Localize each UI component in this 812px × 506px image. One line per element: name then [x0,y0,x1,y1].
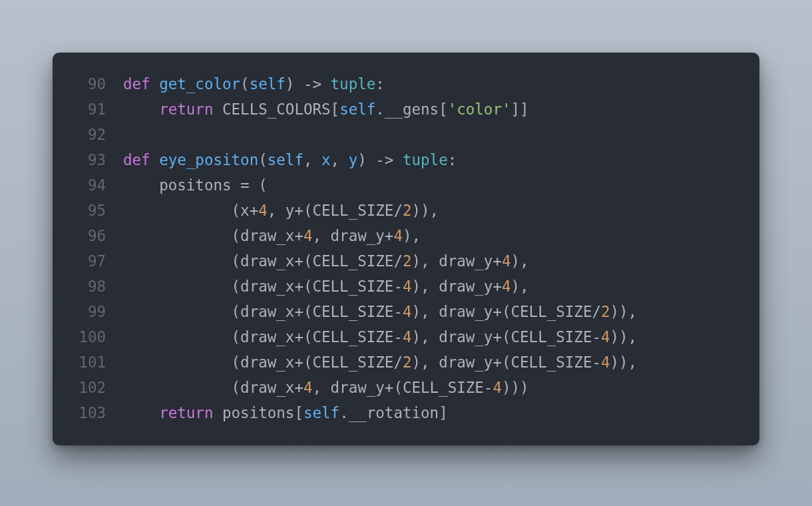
line-content[interactable]: (draw_x+(CELL_SIZE-4), draw_y+(CELL_SIZE… [123,324,741,350]
token: (draw_x+(CELL_SIZE- [232,328,403,346]
token: (draw_x+(CELL_SIZE/ [232,252,403,270]
code-line[interactable]: 96 (draw_x+4, draw_y+4), [69,223,741,248]
code-line[interactable]: 95 (x+4, y+(CELL_SIZE/2)), [69,198,741,223]
token: .__rotation] [339,404,448,421]
line-content[interactable] [123,122,741,147]
token: def [123,75,150,93]
code-line[interactable]: 91 return CELLS_COLORS[self.__gens['colo… [69,97,741,122]
line-content[interactable]: def eye_positon(self, x, y) -> tuple: [123,147,741,172]
token: 4 [403,278,412,295]
line-content[interactable]: return CELLS_COLORS[self.__gens['color']… [123,97,741,122]
token: self [304,404,339,421]
token: (draw_x+ [232,227,304,244]
line-content[interactable]: positons = ( [123,172,741,198]
line-content[interactable]: (draw_x+(CELL_SIZE-4), draw_y+4), [123,274,741,299]
token: 4 [601,328,610,346]
token: (draw_x+ [232,379,304,396]
line-number: 101 [69,350,123,375]
token: ), [511,252,529,270]
line-content[interactable]: (draw_x+(CELL_SIZE/2), draw_y+4), [123,248,741,274]
token [150,75,160,93]
token: 4 [304,227,313,244]
line-number: 98 [69,274,123,299]
token: )), [412,202,439,219]
code-line[interactable]: 90def get_color(self) -> tuple: [69,71,741,97]
token: tuple [331,75,376,93]
token: 2 [601,303,610,320]
line-content[interactable]: return positons[self.__rotation] [123,400,741,425]
line-number: 99 [69,299,123,324]
token: self [268,151,304,168]
token: ) -> [286,75,331,93]
token: self [339,101,375,118]
token: get_color [159,75,240,93]
code-line[interactable]: 99 (draw_x+(CELL_SIZE-4), draw_y+(CELL_S… [69,299,741,324]
token: 4 [258,202,268,219]
token: return [159,404,213,421]
token: 4 [403,303,412,320]
line-number: 102 [69,375,123,400]
token: 4 [493,379,502,396]
line-content[interactable]: (draw_x+4, draw_y+(CELL_SIZE-4))) [123,375,741,400]
code-line[interactable]: 100 (draw_x+(CELL_SIZE-4), draw_y+(CELL_… [69,324,741,350]
token: ), draw_y+(CELL_SIZE- [412,328,601,346]
code-block[interactable]: 90def get_color(self) -> tuple:91 return… [69,71,741,425]
code-line[interactable]: 103 return positons[self.__rotation] [69,400,741,425]
line-number: 91 [69,97,123,122]
token: 2 [403,252,412,270]
token: (draw_x+(CELL_SIZE- [232,278,403,295]
token: ) -> [357,151,403,168]
line-number: 97 [69,248,123,274]
code-line[interactable]: 98 (draw_x+(CELL_SIZE-4), draw_y+4), [69,274,741,299]
token: , draw_y+(CELL_SIZE- [312,379,493,396]
token: positons = ( [159,176,268,194]
token: tuple [403,151,448,168]
token: )), [610,354,638,371]
code-card: 90def get_color(self) -> tuple:91 return… [53,53,759,445]
token: , [304,151,321,168]
line-number: 94 [69,172,123,198]
token: x [321,151,331,168]
token: 4 [502,252,511,270]
token: (draw_x+(CELL_SIZE/ [232,354,403,371]
token: 4 [393,227,403,244]
line-number: 100 [69,324,123,350]
line-content[interactable]: (draw_x+4, draw_y+4), [123,223,741,248]
line-content[interactable]: (x+4, y+(CELL_SIZE/2)), [123,198,741,223]
token: ), draw_y+ [412,278,502,295]
token: 2 [403,202,412,219]
token: positons[ [213,404,303,421]
token: ( [258,151,268,168]
token: self [250,75,286,93]
token: ]] [511,101,529,118]
token: , y+(CELL_SIZE/ [268,202,403,219]
code-line[interactable]: 97 (draw_x+(CELL_SIZE/2), draw_y+4), [69,248,741,274]
token: def [123,151,150,168]
token: y [349,151,358,168]
token: : [448,151,457,168]
line-number: 103 [69,400,123,425]
token: )), [610,303,638,320]
token: ), draw_y+(CELL_SIZE- [412,354,601,371]
code-line[interactable]: 101 (draw_x+(CELL_SIZE/2), draw_y+(CELL_… [69,350,741,375]
token: 4 [502,278,511,295]
line-number: 92 [69,122,123,147]
code-line[interactable]: 102 (draw_x+4, draw_y+(CELL_SIZE-4))) [69,375,741,400]
token: 'color' [448,101,511,118]
line-content[interactable]: def get_color(self) -> tuple: [123,71,741,97]
line-content[interactable]: (draw_x+(CELL_SIZE-4), draw_y+(CELL_SIZE… [123,299,741,324]
token: : [375,75,385,93]
line-number: 93 [69,147,123,172]
token: ), draw_y+ [412,252,502,270]
line-number: 90 [69,71,123,97]
token: ( [240,75,250,93]
token: 4 [304,379,313,396]
token: .__gens[ [375,101,447,118]
code-line[interactable]: 94 positons = ( [69,172,741,198]
token: (draw_x+(CELL_SIZE- [232,303,403,320]
code-line[interactable]: 93def eye_positon(self, x, y) -> tuple: [69,147,741,172]
line-number: 96 [69,223,123,248]
token: ), [511,278,529,295]
code-line[interactable]: 92 [69,122,741,147]
line-content[interactable]: (draw_x+(CELL_SIZE/2), draw_y+(CELL_SIZE… [123,350,741,375]
